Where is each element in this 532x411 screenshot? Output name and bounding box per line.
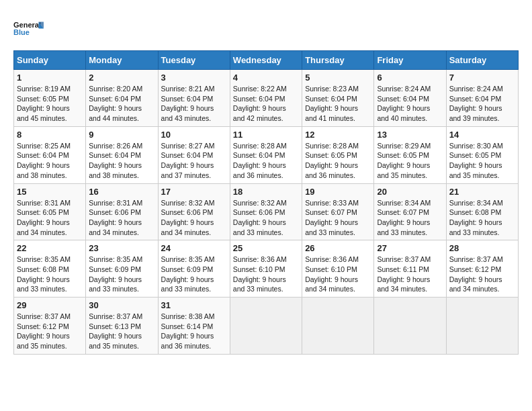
day-info: Sunrise: 8:37 AM Sunset: 6:12 PM Dayligh…	[17, 312, 71, 350]
day-info: Sunrise: 8:29 AM Sunset: 6:05 PM Dayligh…	[377, 142, 431, 179]
day-number: 14	[449, 130, 515, 140]
calendar-day-14: 14 Sunrise: 8:30 AM Sunset: 6:05 PM Dayl…	[446, 126, 518, 183]
calendar-week-row: 8 Sunrise: 8:25 AM Sunset: 6:04 PM Dayli…	[14, 126, 519, 183]
calendar-week-row: 15 Sunrise: 8:31 AM Sunset: 6:05 PM Dayl…	[14, 183, 519, 240]
calendar-day-24: 24 Sunrise: 8:35 AM Sunset: 6:09 PM Dayl…	[158, 240, 230, 298]
day-info: Sunrise: 8:20 AM Sunset: 6:04 PM Dayligh…	[89, 85, 142, 122]
day-info: Sunrise: 8:24 AM Sunset: 6:04 PM Dayligh…	[377, 85, 431, 122]
logo-svg: General Blue	[13, 13, 44, 44]
empty-cell	[302, 298, 374, 355]
calendar-day-13: 13 Sunrise: 8:29 AM Sunset: 6:05 PM Dayl…	[374, 126, 446, 183]
day-number: 9	[89, 130, 154, 140]
calendar-day-6: 6 Sunrise: 8:24 AM Sunset: 6:04 PM Dayli…	[374, 70, 446, 127]
day-number: 16	[89, 187, 154, 197]
day-info: Sunrise: 8:23 AM Sunset: 6:04 PM Dayligh…	[305, 85, 359, 122]
day-number: 22	[17, 243, 83, 253]
day-number: 12	[305, 130, 371, 140]
calendar-day-16: 16 Sunrise: 8:31 AM Sunset: 6:06 PM Dayl…	[86, 183, 158, 240]
calendar-day-9: 9 Sunrise: 8:26 AM Sunset: 6:04 PM Dayli…	[86, 126, 158, 183]
day-number: 25	[233, 243, 299, 253]
logo: General Blue	[13, 13, 44, 44]
weekday-header-thursday: Thursday	[302, 51, 374, 70]
day-info: Sunrise: 8:37 AM Sunset: 6:13 PM Dayligh…	[89, 312, 142, 350]
day-info: Sunrise: 8:31 AM Sunset: 6:06 PM Dayligh…	[89, 199, 142, 236]
day-info: Sunrise: 8:37 AM Sunset: 6:12 PM Dayligh…	[449, 255, 503, 293]
calendar-day-28: 28 Sunrise: 8:37 AM Sunset: 6:12 PM Dayl…	[446, 240, 518, 298]
day-number: 8	[17, 130, 83, 140]
day-number: 3	[161, 73, 227, 83]
day-number: 2	[89, 73, 154, 83]
day-number: 1	[17, 73, 83, 83]
day-info: Sunrise: 8:25 AM Sunset: 6:04 PM Dayligh…	[17, 142, 71, 179]
weekday-header-saturday: Saturday	[446, 51, 518, 70]
weekday-header-friday: Friday	[374, 51, 446, 70]
day-number: 11	[233, 130, 299, 140]
calendar-day-23: 23 Sunrise: 8:35 AM Sunset: 6:09 PM Dayl…	[86, 240, 158, 298]
day-info: Sunrise: 8:28 AM Sunset: 6:04 PM Dayligh…	[233, 142, 287, 179]
calendar-day-26: 26 Sunrise: 8:36 AM Sunset: 6:10 PM Dayl…	[302, 240, 374, 298]
day-number: 24	[161, 243, 227, 253]
calendar-day-5: 5 Sunrise: 8:23 AM Sunset: 6:04 PM Dayli…	[302, 70, 374, 127]
day-number: 4	[233, 73, 299, 83]
day-number: 7	[449, 73, 515, 83]
calendar-day-8: 8 Sunrise: 8:25 AM Sunset: 6:04 PM Dayli…	[14, 126, 86, 183]
day-info: Sunrise: 8:36 AM Sunset: 6:10 PM Dayligh…	[233, 255, 287, 293]
day-number: 21	[449, 187, 515, 197]
day-info: Sunrise: 8:32 AM Sunset: 6:06 PM Dayligh…	[233, 199, 287, 236]
day-number: 31	[161, 300, 227, 310]
day-number: 18	[233, 187, 299, 197]
day-number: 10	[161, 130, 227, 140]
day-number: 30	[89, 300, 154, 310]
calendar-day-25: 25 Sunrise: 8:36 AM Sunset: 6:10 PM Dayl…	[230, 240, 302, 298]
day-info: Sunrise: 8:19 AM Sunset: 6:05 PM Dayligh…	[17, 85, 71, 122]
svg-text:General: General	[13, 21, 41, 29]
day-number: 26	[305, 243, 371, 253]
calendar-day-19: 19 Sunrise: 8:33 AM Sunset: 6:07 PM Dayl…	[302, 183, 374, 240]
calendar-day-17: 17 Sunrise: 8:32 AM Sunset: 6:06 PM Dayl…	[158, 183, 230, 240]
calendar-table: SundayMondayTuesdayWednesdayThursdayFrid…	[13, 50, 519, 355]
day-info: Sunrise: 8:35 AM Sunset: 6:09 PM Dayligh…	[89, 255, 142, 293]
calendar-day-2: 2 Sunrise: 8:20 AM Sunset: 6:04 PM Dayli…	[86, 70, 158, 127]
day-number: 19	[305, 187, 371, 197]
day-number: 23	[89, 243, 154, 253]
empty-cell	[374, 298, 446, 355]
day-info: Sunrise: 8:35 AM Sunset: 6:09 PM Dayligh…	[161, 255, 215, 293]
day-info: Sunrise: 8:31 AM Sunset: 6:05 PM Dayligh…	[17, 199, 71, 236]
day-info: Sunrise: 8:38 AM Sunset: 6:14 PM Dayligh…	[161, 312, 215, 350]
calendar-day-4: 4 Sunrise: 8:22 AM Sunset: 6:04 PM Dayli…	[230, 70, 302, 127]
calendar-week-row: 1 Sunrise: 8:19 AM Sunset: 6:05 PM Dayli…	[14, 70, 519, 127]
calendar-day-27: 27 Sunrise: 8:37 AM Sunset: 6:11 PM Dayl…	[374, 240, 446, 298]
page-header: General Blue	[13, 13, 519, 44]
weekday-header-tuesday: Tuesday	[158, 51, 230, 70]
day-number: 5	[305, 73, 371, 83]
day-info: Sunrise: 8:27 AM Sunset: 6:04 PM Dayligh…	[161, 142, 215, 179]
day-info: Sunrise: 8:32 AM Sunset: 6:06 PM Dayligh…	[161, 199, 215, 236]
day-number: 27	[377, 243, 443, 253]
empty-cell	[446, 298, 518, 355]
calendar-day-22: 22 Sunrise: 8:35 AM Sunset: 6:08 PM Dayl…	[14, 240, 86, 298]
weekday-header-wednesday: Wednesday	[230, 51, 302, 70]
day-number: 29	[17, 300, 83, 310]
weekday-header-row: SundayMondayTuesdayWednesdayThursdayFrid…	[14, 51, 519, 70]
day-info: Sunrise: 8:21 AM Sunset: 6:04 PM Dayligh…	[161, 85, 215, 122]
day-number: 17	[161, 187, 227, 197]
svg-text:Blue: Blue	[13, 28, 30, 36]
day-info: Sunrise: 8:36 AM Sunset: 6:10 PM Dayligh…	[305, 255, 359, 293]
calendar-day-12: 12 Sunrise: 8:28 AM Sunset: 6:05 PM Dayl…	[302, 126, 374, 183]
weekday-header-sunday: Sunday	[14, 51, 86, 70]
day-number: 20	[377, 187, 443, 197]
weekday-header-monday: Monday	[86, 51, 158, 70]
calendar-day-20: 20 Sunrise: 8:34 AM Sunset: 6:07 PM Dayl…	[374, 183, 446, 240]
day-info: Sunrise: 8:33 AM Sunset: 6:07 PM Dayligh…	[305, 199, 359, 236]
day-info: Sunrise: 8:22 AM Sunset: 6:04 PM Dayligh…	[233, 85, 287, 122]
day-info: Sunrise: 8:28 AM Sunset: 6:05 PM Dayligh…	[305, 142, 359, 179]
calendar-day-31: 31 Sunrise: 8:38 AM Sunset: 6:14 PM Dayl…	[158, 298, 230, 355]
calendar-day-30: 30 Sunrise: 8:37 AM Sunset: 6:13 PM Dayl…	[86, 298, 158, 355]
day-info: Sunrise: 8:34 AM Sunset: 6:08 PM Dayligh…	[449, 199, 503, 236]
day-info: Sunrise: 8:26 AM Sunset: 6:04 PM Dayligh…	[89, 142, 142, 179]
day-number: 13	[377, 130, 443, 140]
calendar-day-21: 21 Sunrise: 8:34 AM Sunset: 6:08 PM Dayl…	[446, 183, 518, 240]
calendar-day-7: 7 Sunrise: 8:24 AM Sunset: 6:04 PM Dayli…	[446, 70, 518, 127]
calendar-week-row: 29 Sunrise: 8:37 AM Sunset: 6:12 PM Dayl…	[14, 298, 519, 355]
calendar-day-11: 11 Sunrise: 8:28 AM Sunset: 6:04 PM Dayl…	[230, 126, 302, 183]
